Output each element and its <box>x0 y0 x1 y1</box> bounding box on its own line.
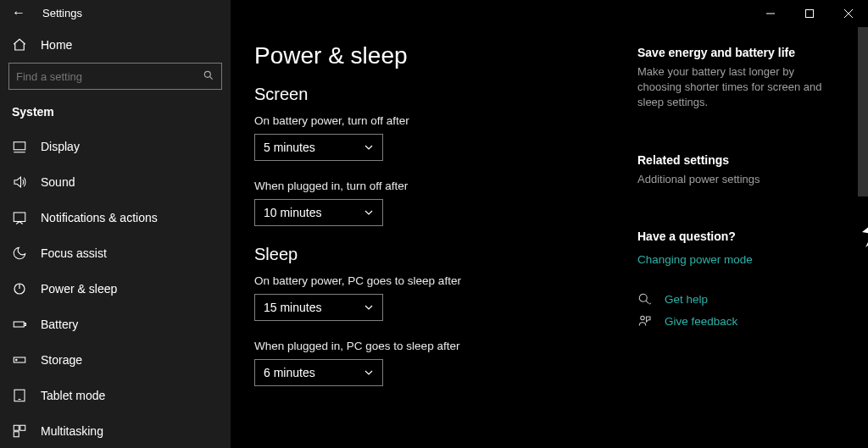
sidebar-item-focus-assist[interactable]: Focus assist <box>0 235 231 271</box>
screen-heading: Screen <box>254 85 614 104</box>
scrollbar[interactable] <box>858 27 868 196</box>
titlebar <box>231 0 868 27</box>
svg-rect-13 <box>14 425 19 430</box>
svg-rect-17 <box>806 10 814 18</box>
svg-rect-7 <box>14 322 24 327</box>
screen-plugged-value: 10 minutes <box>264 206 321 219</box>
screen-battery-value: 5 minutes <box>264 141 315 154</box>
svg-point-21 <box>641 316 645 320</box>
search-input[interactable] <box>8 63 222 90</box>
sleep-battery-label: On battery power, PC goes to sleep after <box>254 274 614 287</box>
search-field[interactable] <box>16 70 203 83</box>
sleep-heading: Sleep <box>254 245 614 264</box>
sidebar-item-label: Sound <box>41 175 75 189</box>
sidebar: ← Settings Home System Display <box>0 0 231 448</box>
power-icon <box>12 281 27 296</box>
screen-battery-select[interactable]: 5 minutes <box>254 134 383 161</box>
battery-icon <box>12 317 27 332</box>
notification-icon <box>12 210 27 225</box>
chevron-down-icon <box>364 368 374 378</box>
sidebar-item-label: Tablet mode <box>41 389 105 402</box>
multitasking-icon <box>12 423 27 439</box>
svg-rect-8 <box>25 324 26 326</box>
chevron-down-icon <box>364 207 374 218</box>
sidebar-item-battery[interactable]: Battery <box>0 307 231 342</box>
maximize-button[interactable] <box>790 0 829 27</box>
close-button[interactable] <box>829 0 868 27</box>
help-icon <box>637 292 653 307</box>
sidebar-item-label: Display <box>41 140 80 153</box>
category-label: System <box>0 100 231 129</box>
svg-point-10 <box>16 359 18 361</box>
changing-power-mode-link[interactable]: Changing power mode <box>637 253 753 266</box>
home-icon <box>12 37 27 53</box>
window-title: Settings <box>42 7 82 19</box>
question-heading: Have a question? <box>637 230 832 243</box>
back-icon[interactable]: ← <box>12 5 25 20</box>
sound-icon <box>12 174 27 190</box>
home-label: Home <box>41 38 72 52</box>
minimize-button[interactable] <box>751 0 790 27</box>
sidebar-item-display[interactable]: Display <box>0 129 231 164</box>
sleep-plugged-select[interactable]: 6 minutes <box>254 359 383 386</box>
energy-text: Make your battery last longer by choosin… <box>637 64 832 111</box>
screen-plugged-label: When plugged in, turn off after <box>254 180 614 192</box>
sleep-plugged-value: 6 minutes <box>264 366 315 379</box>
sidebar-item-sound[interactable]: Sound <box>0 164 231 200</box>
sidebar-item-label: Power & sleep <box>41 282 117 296</box>
sidebar-item-tablet-mode[interactable]: Tablet mode <box>0 378 231 413</box>
page-title: Power & sleep <box>254 42 614 69</box>
screen-battery-label: On battery power, turn off after <box>254 114 614 127</box>
sleep-battery-value: 15 minutes <box>264 301 321 314</box>
focus-icon <box>12 246 27 261</box>
sidebar-item-label: Multitasking <box>41 424 103 438</box>
additional-power-settings-link[interactable]: Additional power settings <box>637 173 760 185</box>
feedback-icon <box>637 314 653 329</box>
sidebar-item-power-sleep[interactable]: Power & sleep <box>0 271 231 307</box>
svg-rect-15 <box>14 432 19 437</box>
get-help-link[interactable]: Get help <box>665 293 708 306</box>
svg-rect-2 <box>14 142 25 150</box>
sleep-battery-select[interactable]: 15 minutes <box>254 294 383 321</box>
svg-rect-14 <box>20 425 25 430</box>
display-icon <box>12 139 27 154</box>
home-button[interactable]: Home <box>0 27 231 63</box>
sidebar-item-multitasking[interactable]: Multitasking <box>0 413 231 448</box>
sidebar-item-label: Notifications & actions <box>41 211 158 224</box>
sidebar-item-label: Storage <box>41 353 82 367</box>
related-heading: Related settings <box>637 153 832 167</box>
chevron-down-icon <box>364 142 374 152</box>
storage-icon <box>12 352 27 368</box>
chevron-down-icon <box>364 302 374 312</box>
search-icon <box>203 69 214 84</box>
sidebar-item-label: Battery <box>41 318 78 331</box>
sidebar-item-storage[interactable]: Storage <box>0 342 231 378</box>
give-feedback-link[interactable]: Give feedback <box>665 315 737 328</box>
svg-rect-4 <box>14 213 25 222</box>
sleep-plugged-label: When plugged in, PC goes to sleep after <box>254 340 614 352</box>
sidebar-item-notifications[interactable]: Notifications & actions <box>0 200 231 235</box>
tablet-icon <box>12 388 27 403</box>
sidebar-item-label: Focus assist <box>41 246 107 260</box>
energy-heading: Save energy and battery life <box>637 46 832 59</box>
screen-plugged-select[interactable]: 10 minutes <box>254 199 383 226</box>
svg-point-0 <box>204 71 210 77</box>
svg-line-1 <box>209 76 212 79</box>
